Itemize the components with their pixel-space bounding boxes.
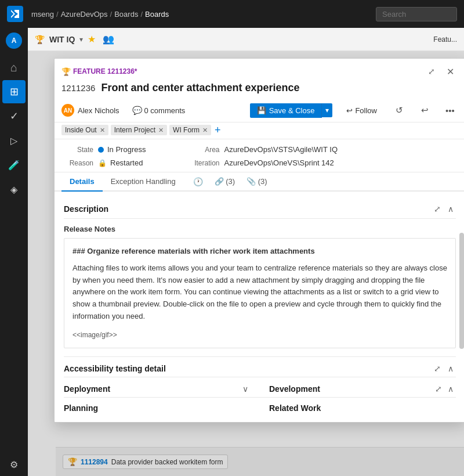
release-notes-title: Release Notes: [64, 225, 456, 233]
save-close-group: 💾 Save & Close ▾: [250, 103, 333, 118]
star-icon[interactable]: ★: [88, 34, 96, 45]
tab-history-button[interactable]: 🕐: [188, 174, 208, 190]
save-close-button[interactable]: 💾 Save & Close: [250, 103, 322, 118]
tab-details[interactable]: Details: [61, 172, 103, 192]
sidebar-item-home[interactable]: ⌂: [2, 56, 26, 79]
tags-row: Inside Out ✕ Intern Project ✕ WI Form ✕ …: [55, 122, 464, 139]
modal-overlay[interactable]: 🏆 FEATURE 1211236* ⤢ ✕ 1211236 Front and…: [28, 51, 464, 476]
assignee[interactable]: AN Alex Nichols: [61, 104, 119, 117]
save-icon: 💾: [257, 106, 266, 115]
iteration-value: AzureDevOps\OneVS\Sprint 142: [224, 158, 334, 167]
related-work-title: Related Work: [269, 403, 456, 413]
wit-title: WIT IQ: [49, 35, 75, 44]
tag-close-inside-out[interactable]: ✕: [100, 127, 105, 134]
lock-icon: 🔒: [98, 159, 107, 167]
reason-field: Reason 🔒 Restarted: [61, 158, 146, 167]
assignee-name: Alex Nichols: [78, 106, 119, 115]
development-collapse-button[interactable]: ∧: [445, 383, 456, 395]
sidebar-item-boards[interactable]: ⊞: [2, 80, 26, 103]
sidebar-item-artifacts[interactable]: ◈: [2, 178, 26, 201]
follow-button[interactable]: ↩ Follow: [342, 104, 382, 117]
release-notes-body: Attaching files to work items allows you…: [72, 262, 447, 323]
sidebar: A ⌂ ⊞ ✓ ▷ 🧪 ◈ ⚙: [0, 28, 28, 476]
area-value: AzureDevOps\VSTS\Agile\WIT IQ: [224, 145, 338, 154]
modal: 🏆 FEATURE 1211236* ⤢ ✕ 1211236 Front and…: [54, 58, 464, 423]
area-field: Area AzureDevOps\VSTS\Agile\WIT IQ: [187, 145, 338, 154]
main-area: 🏆 WIT IQ ▾ ★ 👥 Featu... 🏆 FEATURE 121123…: [28, 28, 464, 476]
work-item-id: 1211236: [61, 83, 95, 93]
more-actions-button[interactable]: •••: [442, 102, 458, 118]
search-input[interactable]: [376, 7, 457, 21]
top-nav: mseng / AzureDevOps / Boards / Boards: [0, 0, 464, 28]
accessibility-collapse-header[interactable]: Accessibility testing detail ⤢ ∧: [64, 363, 456, 374]
deployment-section: Deployment ∨: [64, 383, 260, 395]
breadcrumb-boards-2: Boards: [145, 10, 169, 19]
tag-intern-project: Intern Project ✕: [111, 125, 167, 135]
tag-inside-out: Inside Out ✕: [61, 125, 108, 135]
deployment-title: Deployment: [64, 384, 110, 394]
comments-button[interactable]: 💬 0 comments: [129, 103, 189, 117]
state-dot: [98, 147, 104, 153]
feature-badge: 🏆 FEATURE 1211236*: [61, 67, 137, 76]
description-collapse-button[interactable]: ∧: [445, 203, 456, 215]
deployment-development-row: Deployment ∨ Development ⤢ ∧: [64, 377, 456, 397]
wit-icon: 🏆: [35, 35, 45, 44]
wit-dropdown-icon[interactable]: ▾: [79, 35, 83, 44]
modal-header-actions: ⤢ ✕: [423, 63, 458, 80]
follow-icon: ↩: [346, 106, 353, 115]
breadcrumb-boards-1[interactable]: Boards: [114, 10, 138, 19]
modal-header: 🏆 FEATURE 1211236* ⤢ ✕: [55, 59, 464, 80]
iteration-field: Iteration AzureDevOps\OneVS\Sprint 142: [187, 158, 338, 167]
state-field: State In Progress: [61, 145, 146, 154]
reason-value: Restarted: [110, 158, 143, 167]
accessibility-title: Accessibility testing detail: [64, 364, 166, 373]
tab-links-button[interactable]: 🔗 (3): [210, 174, 240, 189]
modal-title-row: 1211236 Front and center attachment expe…: [55, 80, 464, 99]
sidebar-item-tasks[interactable]: ✓: [2, 104, 26, 128]
development-expand-button[interactable]: ⤢: [433, 383, 444, 395]
undo-button[interactable]: ↩: [416, 102, 433, 118]
release-notes-content[interactable]: ### Organize reference materials with ri…: [64, 238, 456, 348]
description-section-header: Description ⤢ ∧: [64, 199, 456, 219]
tag-wi-form: WI Form ✕: [169, 125, 211, 135]
tag-close-wi-form[interactable]: ✕: [202, 127, 208, 134]
modal-toolbar: AN Alex Nichols 💬 0 comments 💾 Save & Cl…: [55, 99, 464, 122]
vs-logo: [7, 6, 23, 22]
planning-title: Planning: [64, 403, 251, 413]
accessibility-collapse-button[interactable]: ∧: [445, 363, 456, 374]
related-work-section: Related Work: [260, 403, 456, 413]
breadcrumb-azuredevops[interactable]: AzureDevOps: [61, 10, 108, 19]
sidebar-item-pipelines[interactable]: ▷: [2, 129, 26, 152]
avatar[interactable]: A: [6, 33, 22, 49]
tab-attachments-button[interactable]: 📎 (3): [242, 174, 272, 189]
planning-section: Planning: [64, 403, 260, 413]
tab-exception-handling[interactable]: Exception Handling: [103, 172, 184, 192]
work-item-title: Front and center attachment experience: [101, 82, 299, 94]
close-modal-button[interactable]: ✕: [442, 63, 458, 80]
deployment-expand-button[interactable]: ∨: [240, 383, 251, 395]
breadcrumb: mseng / AzureDevOps / Boards / Boards: [31, 10, 169, 19]
save-close-dropdown[interactable]: ▾: [322, 103, 332, 117]
right-panel-label: Featu...: [433, 35, 457, 44]
info-row: State In Progress Reason 🔒 Restarted: [55, 139, 464, 172]
add-tag-button[interactable]: +: [213, 125, 222, 135]
wit-bar: 🏆 WIT IQ ▾ ★ 👥 Featu...: [28, 28, 464, 51]
accessibility-section: Accessibility testing detail ⤢ ∧: [64, 356, 456, 377]
release-notes-gif: <<image/gif>>: [72, 330, 447, 341]
development-section: Development ⤢ ∧: [260, 383, 456, 395]
sidebar-item-test[interactable]: 🧪: [2, 153, 26, 176]
planning-related-row: Planning Related Work: [64, 397, 456, 415]
tag-close-intern-project[interactable]: ✕: [158, 127, 164, 134]
expand-modal-button[interactable]: ⤢: [423, 63, 440, 80]
sidebar-item-settings[interactable]: ⚙: [2, 453, 26, 476]
tabs-row: Details Exception Handling 🕐 🔗 (3) 📎 (3): [55, 172, 464, 192]
people-icon[interactable]: 👥: [103, 34, 114, 45]
refresh-button[interactable]: ↺: [391, 102, 407, 118]
modal-content[interactable]: Description ⤢ ∧ Release Notes ### Organi…: [55, 192, 464, 422]
release-notes-heading: ### Organize reference materials with ri…: [72, 246, 447, 258]
scroll-gutter[interactable]: [459, 233, 464, 349]
release-notes-section: Release Notes ### Organize reference mat…: [64, 225, 456, 348]
description-expand-button[interactable]: ⤢: [432, 203, 443, 215]
accessibility-expand-button[interactable]: ⤢: [432, 363, 443, 374]
breadcrumb-mseng[interactable]: mseng: [31, 10, 54, 19]
